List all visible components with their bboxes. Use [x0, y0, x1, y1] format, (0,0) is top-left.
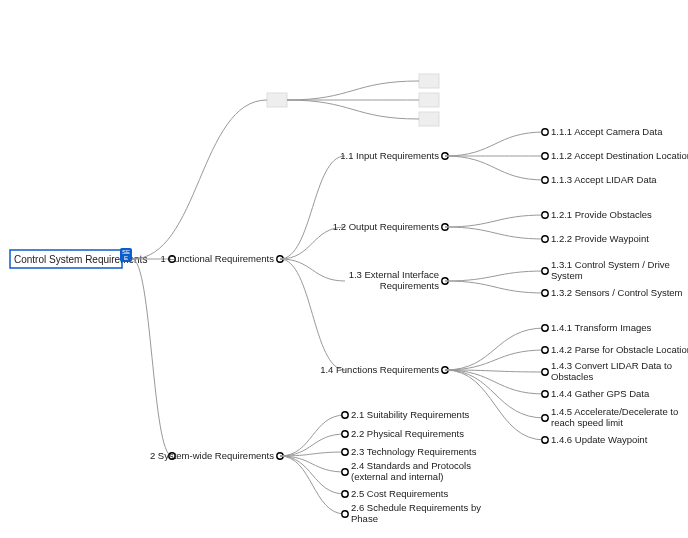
edge	[280, 434, 345, 456]
n23-dot[interactable]	[342, 449, 348, 455]
n131-label-b: System	[551, 270, 583, 281]
edge	[280, 452, 345, 456]
n143-label-b: Obstacles	[551, 371, 593, 382]
n144-label: 1.4.4 Gather GPS Data	[551, 388, 650, 399]
n25-dot[interactable]	[342, 491, 348, 497]
n146-label: 1.4.6 Update Waypoint	[551, 434, 648, 445]
n26-label: 2.6 Schedule Requirements by	[351, 502, 481, 513]
n146-dot[interactable]	[542, 437, 548, 443]
n24-label-b: (external and internal)	[351, 471, 443, 482]
edge	[445, 281, 545, 293]
n141-label: 1.4.1 Transform Images	[551, 322, 652, 333]
n132-label: 1.3.2 Sensors / Control System	[551, 287, 683, 298]
requirements-tree: Control System RequirementsSEE1 Function…	[0, 0, 688, 538]
svg-text:E: E	[124, 255, 128, 261]
n113-dot[interactable]	[542, 177, 548, 183]
edge	[445, 215, 545, 227]
n22-dot[interactable]	[342, 431, 348, 437]
edge	[445, 227, 545, 239]
n1-label: 1 Functional Requirements	[160, 253, 274, 264]
n145-label-b: reach speed limit	[551, 417, 623, 428]
placeholder-child-0[interactable]	[419, 74, 439, 88]
n132-dot[interactable]	[542, 290, 548, 296]
n13-label-b: Requirements	[380, 280, 439, 291]
n145-label: 1.4.5 Accelerate/Decelerate to	[551, 406, 678, 417]
n21-label: 2.1 Suitability Requirements	[351, 409, 470, 420]
n122-dot[interactable]	[542, 236, 548, 242]
edge	[445, 132, 545, 156]
n131-dot[interactable]	[542, 268, 548, 274]
n142-label: 1.4.2 Parse for Obstacle Locations	[551, 344, 688, 355]
placeholder-child-2[interactable]	[419, 112, 439, 126]
n24-label: 2.4 Standards and Protocols	[351, 460, 471, 471]
edge	[287, 81, 419, 100]
edge	[445, 271, 545, 281]
n143-dot[interactable]	[542, 369, 548, 375]
n13-label: 1.3 External Interface	[349, 269, 439, 280]
n143-label: 1.4.3 Convert LIDAR Data to	[551, 360, 672, 371]
n12-label: 1.2 Output Requirements	[333, 221, 439, 232]
edge	[280, 415, 345, 456]
edge	[132, 259, 172, 456]
edge	[445, 328, 545, 370]
n2-label: 2 System-wide Requirements	[150, 450, 274, 461]
n144-dot[interactable]	[542, 391, 548, 397]
n14-label: 1.4 Functions Requirements	[320, 364, 439, 375]
n21-dot[interactable]	[342, 412, 348, 418]
n23-label: 2.3 Technology Requirements	[351, 446, 477, 457]
edge	[280, 456, 345, 494]
n24-dot[interactable]	[342, 469, 348, 475]
n131-label: 1.3.1 Control System / Drive	[551, 259, 670, 270]
n11-label: 1.1 Input Requirements	[340, 150, 439, 161]
n111-dot[interactable]	[542, 129, 548, 135]
n112-dot[interactable]	[542, 153, 548, 159]
placeholder-child-1[interactable]	[419, 93, 439, 107]
edge	[280, 456, 345, 514]
placeholder-node[interactable]	[267, 93, 287, 107]
n145-dot[interactable]	[542, 415, 548, 421]
n111-label: 1.1.1 Accept Camera Data	[551, 126, 663, 137]
edge	[445, 156, 545, 180]
n112-label: 1.1.2 Accept Destination Location	[551, 150, 688, 161]
n142-dot[interactable]	[542, 347, 548, 353]
n25-label: 2.5 Cost Requirements	[351, 488, 448, 499]
edge	[445, 370, 545, 394]
n26-dot[interactable]	[342, 511, 348, 517]
n121-label: 1.2.1 Provide Obstacles	[551, 209, 652, 220]
n22-label: 2.2 Physical Requirements	[351, 428, 464, 439]
n122-label: 1.2.2 Provide Waypoint	[551, 233, 649, 244]
n141-dot[interactable]	[542, 325, 548, 331]
n26-label-b: Phase	[351, 513, 378, 524]
edge	[287, 100, 419, 119]
n121-dot[interactable]	[542, 212, 548, 218]
edge	[280, 259, 345, 370]
edge	[132, 100, 267, 259]
edge	[445, 350, 545, 370]
n113-label: 1.1.3 Accept LIDAR Data	[551, 174, 657, 185]
